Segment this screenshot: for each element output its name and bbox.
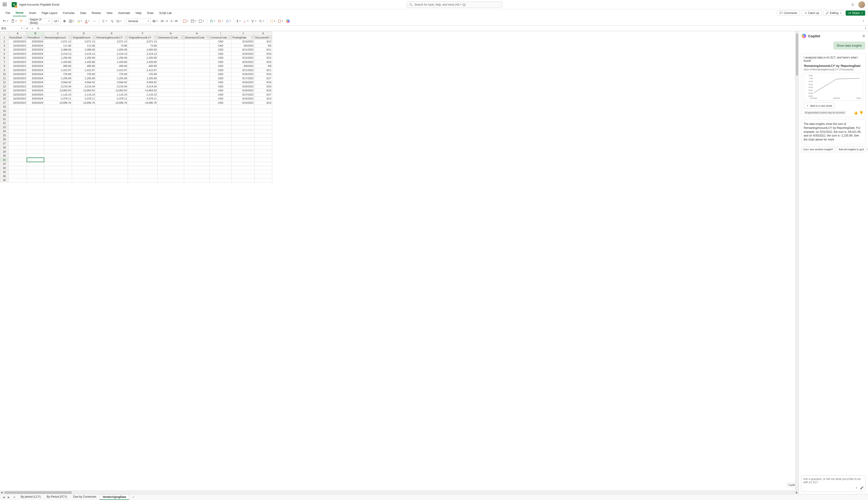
tab-home[interactable]: Home — [13, 10, 26, 16]
filter-chevron-icon[interactable]: ▾ — [206, 36, 209, 39]
cell[interactable] — [27, 113, 44, 117]
cell[interactable] — [210, 146, 232, 150]
row-header[interactable]: 17 — [0, 101, 9, 105]
cell[interactable] — [128, 146, 158, 150]
cell[interactable] — [158, 72, 184, 77]
cell[interactable]: 3/20/2024 — [27, 39, 44, 44]
cell[interactable]: CAD — [210, 44, 232, 48]
vertical-scrollbar[interactable] — [795, 31, 799, 491]
cell[interactable] — [9, 133, 27, 137]
filter-chevron-icon[interactable]: ▾ — [24, 36, 26, 39]
cell[interactable] — [72, 105, 96, 109]
cell[interactable] — [158, 68, 184, 72]
cell[interactable] — [96, 129, 128, 134]
cell[interactable]: 3/18/2022 — [232, 80, 255, 84]
font-size-combo[interactable]: 10▼ — [53, 18, 61, 24]
cell[interactable] — [158, 52, 184, 56]
cell[interactable]: 3/20/2024 — [27, 72, 44, 77]
cell[interactable]: -14,895.76 — [96, 101, 128, 105]
cell[interactable] — [44, 117, 72, 121]
number-format-combo[interactable]: General▼ — [126, 18, 151, 24]
cell[interactable] — [158, 84, 184, 89]
cell[interactable] — [210, 109, 232, 113]
cell[interactable] — [184, 146, 210, 150]
cell[interactable]: 10/20/2023 — [9, 39, 27, 44]
document-name[interactable]: Aged Accounts Payable Excel — [19, 3, 59, 6]
paste-button[interactable]: ▼ — [10, 18, 18, 24]
cell[interactable] — [158, 146, 184, 150]
cell[interactable] — [184, 72, 210, 77]
cell[interactable] — [158, 80, 184, 84]
cell[interactable] — [184, 101, 210, 105]
cell[interactable]: -1,412.87 — [72, 68, 96, 72]
cell[interactable] — [72, 117, 96, 121]
sheet-tab[interactable]: By Period (FCY) — [44, 494, 70, 500]
cell[interactable] — [96, 150, 128, 154]
table-header-cell[interactable]: PeriodStart▾ — [9, 35, 27, 39]
cell[interactable]: -14,895.76 — [44, 101, 72, 105]
cell[interactable] — [158, 129, 184, 134]
cell[interactable]: 10/20/2023 — [9, 60, 27, 64]
cell[interactable] — [128, 170, 158, 174]
cell[interactable] — [158, 101, 184, 105]
cell[interactable] — [72, 141, 96, 146]
column-header[interactable]: G — [158, 32, 184, 36]
cell[interactable]: USD — [210, 89, 232, 93]
cell[interactable] — [96, 121, 128, 125]
cell[interactable] — [27, 129, 44, 134]
tab-insert[interactable]: Insert — [26, 10, 39, 16]
cell[interactable] — [210, 121, 232, 125]
cell[interactable]: USD — [210, 52, 232, 56]
cell[interactable] — [184, 150, 210, 154]
cell[interactable] — [210, 117, 232, 121]
cell[interactable]: 111.00 — [44, 44, 72, 48]
cell[interactable]: USD — [210, 72, 232, 77]
copilot-floating-tag[interactable]: Copilot — [787, 483, 797, 487]
row-header[interactable]: 33 — [0, 166, 9, 170]
cell[interactable]: 3/20/2024 — [27, 64, 44, 68]
cell[interactable]: -1,655.09 — [128, 48, 158, 52]
cell[interactable]: USD — [210, 84, 232, 89]
cell[interactable] — [9, 109, 27, 113]
row-header[interactable]: 3 — [0, 44, 9, 48]
cell[interactable] — [184, 137, 210, 142]
cell[interactable] — [44, 137, 72, 142]
cell[interactable] — [44, 154, 72, 158]
cell[interactable]: 4/9/2022 — [232, 64, 255, 68]
cell[interactable]: 3/15/2022 — [232, 60, 255, 64]
cell[interactable]: -1,255.89 — [96, 76, 128, 80]
enter-formula-button[interactable]: ✓ — [30, 26, 35, 31]
cell[interactable] — [128, 174, 158, 178]
cell[interactable] — [255, 158, 272, 162]
cell[interactable] — [128, 141, 158, 146]
cell[interactable]: -3,214.34 — [96, 84, 128, 89]
cell[interactable]: 10/20/2023 — [9, 101, 27, 105]
format-cells-button[interactable]: ▼ — [225, 18, 232, 24]
cell[interactable] — [96, 174, 128, 178]
cell[interactable] — [158, 121, 184, 125]
cell[interactable] — [232, 170, 255, 174]
cell[interactable] — [158, 44, 184, 48]
cell[interactable] — [128, 150, 158, 154]
filter-chevron-icon[interactable]: ▾ — [228, 36, 231, 39]
bold-button[interactable]: B — [62, 18, 67, 24]
cell[interactable] — [158, 113, 184, 117]
row-header[interactable]: 5 — [0, 52, 9, 56]
sheet-tab[interactable]: Due by Currencies — [70, 494, 99, 500]
cell[interactable]: -1,412.87 — [96, 68, 128, 72]
cell[interactable] — [210, 178, 232, 182]
cell[interactable]: USD — [210, 80, 232, 84]
tab-file[interactable]: File — [3, 10, 13, 16]
cell[interactable] — [27, 170, 44, 174]
cell[interactable] — [9, 158, 27, 162]
cell[interactable] — [158, 117, 184, 121]
find-button[interactable]: ▼ — [258, 18, 265, 24]
cell[interactable]: 3/12 — [255, 56, 272, 60]
row-header[interactable]: 6 — [0, 56, 9, 60]
cell[interactable] — [255, 170, 272, 174]
cell[interactable]: -1,255.89 — [44, 76, 72, 80]
row-header[interactable]: 30 — [0, 154, 9, 158]
cell[interactable] — [210, 105, 232, 109]
cell[interactable] — [9, 174, 27, 178]
cell[interactable] — [44, 150, 72, 154]
